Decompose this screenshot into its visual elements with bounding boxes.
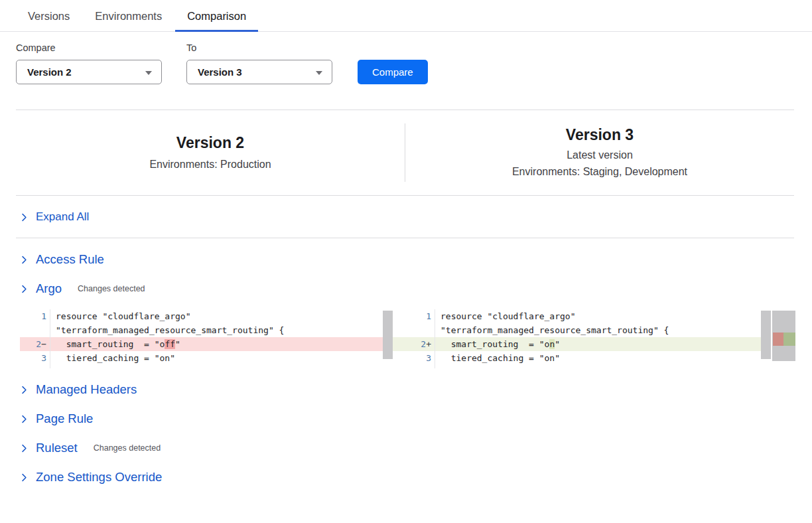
expand-all-button[interactable]: Expand All [0,210,812,224]
argo-diff-viewer: 1resource "cloudflare_argo""terraform_ma… [20,309,812,368]
diff-code-line: 3 tiered_caching = "on" [20,351,393,365]
compare-controls: Compare Version 2 To Version 3 Compare [0,32,812,84]
line-number-gutter [405,323,435,337]
chevron-right-icon [20,213,29,222]
chevron-right-icon [20,444,29,453]
section-label: Page Rule [36,411,93,426]
tab-environments[interactable]: Environments [83,0,174,32]
diff-code-line: "terraform_managed_resource_smart_routin… [20,323,393,337]
chevron-right-icon [20,256,29,264]
changes-detected-badge: Changes detected [78,284,145,293]
compare-from-value: Version 2 [27,66,72,78]
diff-code-line: 3 tiered_caching = "on" [405,351,771,365]
version-right-environments: Environments: Staging, Development [405,164,794,179]
comparison-page: Versions Environments Comparison Compare… [0,0,812,523]
diff-code-line: 1resource "cloudflare_argo" [20,309,393,323]
diff-chunk-connector [393,337,405,351]
line-number-gutter: 3 [405,351,435,365]
compare-to-value: Version 3 [198,66,242,78]
tab-comparison[interactable]: Comparison [175,0,258,32]
chevron-right-icon [20,386,29,394]
divider [16,238,794,238]
chevron-right-icon [20,285,29,293]
caret-down-icon [316,71,322,75]
chevron-right-icon [20,415,29,423]
compare-button[interactable]: Compare [358,60,428,84]
section-ruleset[interactable]: Ruleset Changes detected [0,440,812,456]
code-text: "terraform_managed_resource_smart_routin… [435,323,771,337]
minimap-added-mark [783,333,795,346]
section-page-rule[interactable]: Page Rule [0,411,812,427]
section-access-rule[interactable]: Access Rule [0,252,812,267]
compare-to-select[interactable]: Version 3 [186,60,332,84]
version-left-environments: Environments: Production [16,157,405,172]
section-managed-headers[interactable]: Managed Headers [0,382,812,398]
code-text: } [435,365,771,368]
section-label: Access Rule [36,252,104,267]
vertical-scrollbar[interactable] [761,311,771,359]
code-text: tiered_caching = "on" [50,351,393,365]
code-text: tiered_caching = "on" [435,351,771,365]
section-label: Managed Headers [36,382,137,397]
line-number-gutter: 1 [20,309,50,323]
diff-code-line: 2− smart_routing = "off" [20,337,393,351]
version-left-header: Version 2 Environments: Production [16,133,405,173]
code-text: } [50,365,393,368]
version-right-subtitle: Latest version [405,147,794,163]
vertical-scrollbar[interactable] [383,311,393,359]
line-number-gutter: 2− [20,337,50,351]
code-text: "terraform_managed_resource_smart_routin… [50,323,393,337]
line-number-gutter [405,365,435,368]
section-argo[interactable]: Argo Changes detected [0,281,812,297]
divider [16,195,794,196]
minimap-deleted-mark [773,333,783,346]
section-zone-settings-override[interactable]: Zone Settings Override [0,469,812,485]
section-label: Zone Settings Override [36,470,162,485]
diff-gap [393,309,405,368]
tab-bar: Versions Environments Comparison [0,0,812,32]
expand-all-label: Expand All [36,210,89,224]
diff-code-line: } [405,365,771,368]
version-right-header: Version 3 Latest version Environments: S… [405,125,794,179]
line-number-gutter: 1 [405,309,435,323]
diff-overview-minimap[interactable] [772,311,795,361]
version-headers: Version 2 Environments: Production Versi… [0,110,812,195]
diff-pane-right: 1resource "cloudflare_argo""terraform_ma… [405,309,771,368]
line-number-gutter: 2+ [405,337,435,351]
changes-detected-badge: Changes detected [94,443,161,453]
compare-to-label: To [186,42,332,53]
compare-from-select[interactable]: Version 2 [16,60,162,84]
code-text: resource "cloudflare_argo" [435,309,771,323]
version-right-title: Version 3 [405,125,794,145]
code-text: smart_routing = "on" [435,337,771,351]
chevron-right-icon [20,473,29,482]
line-number-gutter: 3 [20,351,50,365]
section-label: Argo [36,281,62,296]
compare-from-label: Compare [16,42,162,53]
line-number-gutter [20,323,50,337]
diff-code-line: "terraform_managed_resource_smart_routin… [405,323,771,337]
version-left-title: Version 2 [16,133,405,153]
section-label: Ruleset [36,441,78,455]
diff-code-line: 1resource "cloudflare_argo" [405,309,771,323]
diff-code-line: } [20,365,393,368]
tab-versions[interactable]: Versions [16,0,82,32]
line-number-gutter [20,365,50,368]
code-text: resource "cloudflare_argo" [50,309,393,323]
diff-code-line: 2+ smart_routing = "on" [405,337,771,351]
code-text: smart_routing = "off" [50,337,393,351]
diff-pane-left: 1resource "cloudflare_argo""terraform_ma… [20,309,393,368]
caret-down-icon [145,71,152,75]
